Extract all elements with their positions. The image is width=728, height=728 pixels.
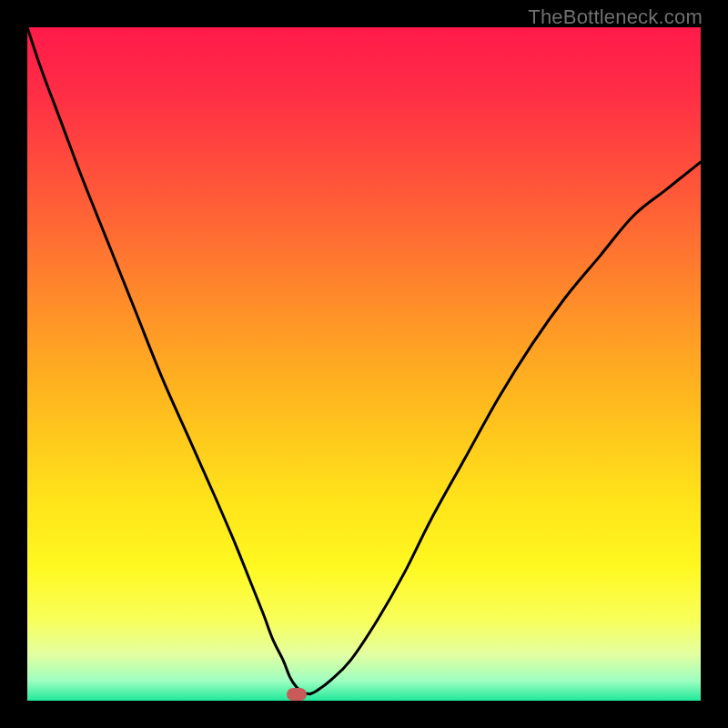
curve-left-branch (27, 27, 310, 694)
bottleneck-curve (27, 27, 701, 701)
curve-right-branch (310, 162, 701, 694)
plot-area (27, 27, 701, 701)
outer-frame: TheBottleneck.com (0, 0, 728, 728)
optimal-point-marker (287, 688, 307, 701)
watermark-text: TheBottleneck.com (528, 5, 703, 29)
